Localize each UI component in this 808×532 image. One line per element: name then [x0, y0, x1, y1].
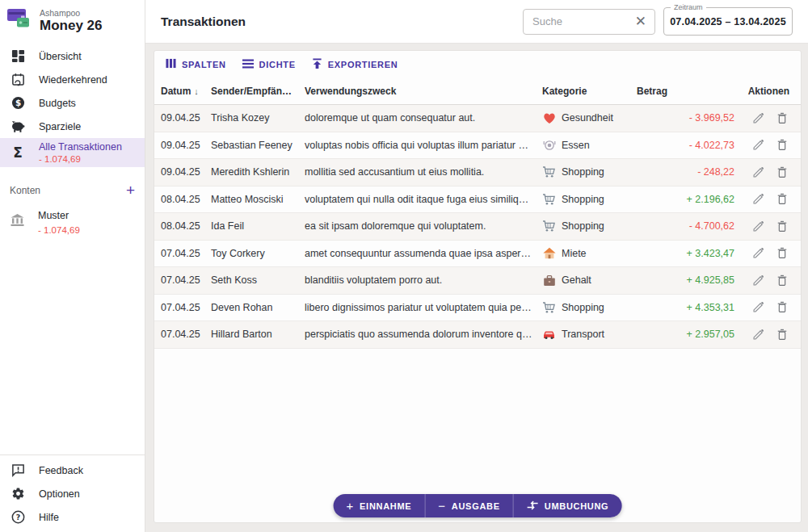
column-header-datum[interactable]: Datum↓: [154, 86, 206, 97]
cell-sender: Trisha Kozey: [206, 112, 300, 124]
columns-button[interactable]: SPALTEN: [161, 55, 231, 73]
cell-date: 08.04.25: [154, 194, 206, 205]
transactions-card: SPALTEN DICHTE: [154, 50, 802, 523]
account-name: Muster: [38, 210, 69, 221]
meal-icon: [542, 138, 556, 152]
close-icon[interactable]: ✕: [633, 15, 648, 28]
quick-action-bar: + EINNAHME − AUSGABE: [334, 494, 622, 517]
pencil-icon[interactable]: [751, 192, 765, 207]
account-amount: - 1.074,69: [38, 225, 80, 235]
trash-icon[interactable]: [775, 219, 789, 233]
calendar-repeat-icon: [10, 73, 26, 86]
pencil-icon[interactable]: [751, 246, 765, 261]
ausgabe-button[interactable]: − AUSGABE: [424, 494, 512, 517]
cell-category: Shopping: [537, 192, 632, 206]
sidebar-account-muster[interactable]: Muster - 1.074,69: [0, 199, 145, 245]
sidebar-item-uebersicht[interactable]: Übersicht: [0, 44, 145, 68]
table-row: 07.04.25 Toy Corkery amet consequuntur a…: [154, 241, 801, 268]
sidebar-item-feedback[interactable]: Feedback: [0, 459, 145, 482]
add-account-button[interactable]: +: [126, 183, 135, 198]
sidebar-item-alle-transaktionen[interactable]: Σ Alle Transaktionen - 1.074,69: [0, 138, 145, 167]
cart-icon: [542, 300, 556, 314]
cell-actions: [739, 111, 801, 125]
cell-category: Gehalt: [537, 274, 632, 287]
columns-button-label: SPALTEN: [182, 60, 226, 69]
cell-amount: - 4.022,73: [632, 140, 739, 151]
date-range-label: Zeitraum: [671, 3, 706, 11]
cell-category: Shopping: [537, 220, 632, 233]
export-button-label: EXPORTIEREN: [328, 60, 398, 69]
date-range-field[interactable]: Zeitraum 07.04.2025 – 13.04.2025: [663, 7, 793, 36]
pencil-icon[interactable]: [751, 111, 765, 125]
sidebar-item-label: Hilfe: [39, 512, 59, 523]
cell-category: Shopping: [537, 165, 632, 179]
pencil-icon[interactable]: [751, 138, 765, 153]
trash-icon[interactable]: [775, 273, 789, 287]
cell-amount: + 4.353,31: [632, 302, 739, 313]
accounts-section-header: Konten +: [0, 182, 145, 199]
cell-sender: Deven Rohan: [206, 302, 300, 313]
trash-icon[interactable]: [775, 192, 789, 207]
density-icon: [242, 59, 254, 70]
header-controls: ✕ Zeitraum 07.04.2025 – 13.04.2025: [523, 7, 793, 36]
cell-purpose: doloremque ut quam consequatur aut.: [300, 112, 537, 124]
sidebar-nav: Übersicht Wiederkehrend: [0, 44, 145, 167]
cell-amount: + 3.423,47: [632, 248, 739, 259]
trash-icon[interactable]: [775, 246, 789, 261]
cell-category: Essen: [537, 138, 632, 152]
cell-date: 07.04.25: [154, 302, 206, 313]
cell-purpose: perspiciatis quo assumenda dolorum inven…: [300, 329, 537, 340]
search-input[interactable]: [532, 15, 633, 27]
gear-icon: [10, 487, 26, 501]
transfer-icon: [527, 501, 539, 512]
cell-sender: Ida Feil: [206, 220, 300, 232]
sidebar-item-amount: - 1.074,69: [39, 154, 81, 164]
cell-actions: [739, 273, 801, 287]
pencil-icon[interactable]: [751, 219, 765, 233]
trash-icon[interactable]: [775, 138, 789, 153]
pencil-icon[interactable]: [751, 327, 765, 341]
table-row: 09.04.25 Meredith Kshlerin mollitia sed …: [154, 159, 801, 186]
main-area: Transaktionen ✕ Zeitraum 07.04.2025 – 13…: [145, 0, 808, 532]
trash-icon[interactable]: [775, 327, 789, 341]
arrow-down-icon: ↓: [194, 86, 199, 96]
cell-sender: Toy Corkery: [206, 248, 300, 259]
cell-category: Transport: [537, 328, 632, 341]
cart-icon: [542, 165, 556, 179]
cell-actions: [739, 300, 801, 315]
cell-purpose: amet consequuntur assumenda quae ipsa as…: [300, 248, 537, 259]
cell-purpose: ea sit ipsam doloremque qui voluptatem.: [300, 220, 537, 232]
table-row: 08.04.25 Matteo Mosciski voluptatem qui …: [154, 186, 801, 214]
feedback-icon: [10, 463, 26, 477]
trash-icon[interactable]: [775, 165, 789, 179]
cell-category: Gesundheit: [537, 111, 632, 125]
pencil-icon[interactable]: [751, 300, 765, 315]
umbuchung-button[interactable]: UMBUCHUNG: [513, 494, 622, 517]
sidebar-item-wiederkehrend[interactable]: Wiederkehrend: [0, 68, 145, 91]
export-button[interactable]: EXPORTIEREN: [307, 55, 403, 74]
einnahme-button[interactable]: + EINNAHME: [334, 494, 425, 517]
sidebar-item-budgets[interactable]: $ Budgets: [0, 91, 145, 115]
column-header-betrag: Betrag: [632, 86, 739, 97]
page-header: Transaktionen ✕ Zeitraum 07.04.2025 – 13…: [145, 0, 808, 44]
column-header-verwendungszweck: Verwendungszweck: [300, 86, 537, 97]
pencil-icon[interactable]: [751, 273, 765, 287]
sidebar-item-hilfe[interactable]: ? Hilfe: [0, 505, 145, 529]
bank-icon: [10, 213, 25, 231]
pencil-icon[interactable]: [751, 165, 765, 179]
sidebar-item-optionen[interactable]: Optionen: [0, 482, 145, 505]
cart-icon: [542, 192, 556, 206]
density-button[interactable]: DICHTE: [238, 56, 301, 73]
cell-actions: [739, 246, 801, 261]
cell-sender: Hillard Barton: [206, 329, 300, 340]
sidebar-item-label: Übersicht: [39, 51, 82, 62]
cell-date: 07.04.25: [154, 329, 206, 340]
export-icon: [312, 58, 322, 71]
sidebar-item-label-block: Alle Transaktionen - 1.074,69: [39, 140, 122, 165]
app-logo-icon: [6, 6, 32, 35]
sidebar-item-sparziele[interactable]: Sparziele: [0, 115, 145, 138]
table-body: 09.04.25 Trisha Kozey doloremque ut quam…: [154, 105, 801, 349]
trash-icon[interactable]: [775, 300, 789, 315]
trash-icon[interactable]: [775, 111, 789, 125]
minus-icon: −: [438, 501, 445, 512]
